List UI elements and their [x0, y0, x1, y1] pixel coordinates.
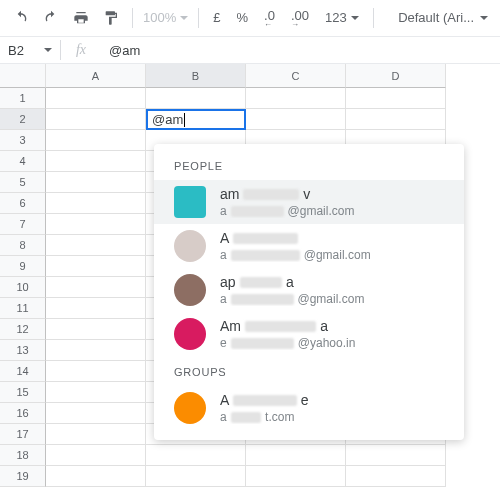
row-header[interactable]: 4	[0, 151, 46, 172]
format-dropdown[interactable]: 123	[319, 10, 365, 25]
cell[interactable]	[246, 466, 346, 487]
row-header[interactable]: 12	[0, 319, 46, 340]
cell[interactable]	[46, 361, 146, 382]
row-header[interactable]: 6	[0, 193, 46, 214]
spreadsheet-grid[interactable]: ABCD 12@am345678910111213141516171819 PE…	[0, 64, 500, 487]
row-header[interactable]: 18	[0, 445, 46, 466]
person-email: a@gmail.com	[220, 204, 444, 218]
row-header[interactable]: 19	[0, 466, 46, 487]
person-email: a@gmail.com	[220, 248, 444, 262]
person-name: apa	[220, 274, 444, 290]
people-suggestion[interactable]: amva@gmail.com	[154, 180, 464, 224]
print-button[interactable]	[68, 5, 94, 31]
avatar	[174, 186, 206, 218]
column-header[interactable]: D	[346, 64, 446, 88]
cell[interactable]	[46, 109, 146, 130]
row-header[interactable]: 16	[0, 403, 46, 424]
avatar	[174, 318, 206, 350]
group-suggestion[interactable]: Aeat.com	[154, 386, 464, 430]
row-header[interactable]: 9	[0, 256, 46, 277]
chevron-down-icon	[180, 16, 188, 20]
separator	[132, 8, 133, 28]
percent-button[interactable]: %	[230, 10, 254, 25]
person-email: e@yahoo.in	[220, 336, 444, 350]
increase-decimal-button[interactable]: .00 →	[285, 8, 315, 27]
row-header[interactable]: 11	[0, 298, 46, 319]
dropdown-section-people: PEOPLE	[154, 150, 464, 180]
cell[interactable]	[146, 466, 246, 487]
font-label: Default (Ari...	[398, 10, 474, 25]
cell[interactable]	[46, 172, 146, 193]
zoom-value: 100%	[143, 10, 176, 25]
avatar	[174, 392, 206, 424]
row-header[interactable]: 10	[0, 277, 46, 298]
paint-format-button[interactable]	[98, 5, 124, 31]
column-header[interactable]: A	[46, 64, 146, 88]
column-header[interactable]: B	[146, 64, 246, 88]
cell[interactable]	[46, 319, 146, 340]
cell[interactable]	[46, 382, 146, 403]
people-suggestion[interactable]: Amae@yahoo.in	[154, 312, 464, 356]
dropdown-section-groups: GROUPS	[154, 356, 464, 386]
person-name: Ama	[220, 318, 444, 334]
redo-icon	[43, 10, 59, 26]
row-header[interactable]: 8	[0, 235, 46, 256]
cell[interactable]	[46, 193, 146, 214]
row-header[interactable]: 17	[0, 424, 46, 445]
cell-reference: B2	[8, 43, 24, 58]
chevron-down-icon	[480, 16, 488, 20]
cell[interactable]	[46, 130, 146, 151]
active-cell[interactable]: @am	[146, 109, 246, 130]
formula-input[interactable]: @am	[101, 43, 500, 58]
fx-icon: fx	[61, 42, 101, 58]
cell[interactable]	[46, 151, 146, 172]
cell[interactable]	[46, 256, 146, 277]
cell[interactable]	[46, 214, 146, 235]
cell[interactable]	[46, 298, 146, 319]
cell[interactable]	[46, 445, 146, 466]
avatar	[174, 274, 206, 306]
cell[interactable]	[46, 88, 146, 109]
cell[interactable]	[46, 235, 146, 256]
cell[interactable]	[246, 88, 346, 109]
select-all-corner[interactable]	[0, 64, 46, 88]
row-header[interactable]: 5	[0, 172, 46, 193]
people-suggestion[interactable]: Aa@gmail.com	[154, 224, 464, 268]
cell[interactable]	[46, 277, 146, 298]
cell[interactable]	[146, 445, 246, 466]
cell[interactable]	[246, 445, 346, 466]
currency-button[interactable]: £	[207, 10, 226, 25]
cell[interactable]	[346, 109, 446, 130]
person-name: amv	[220, 186, 444, 202]
zoom-dropdown[interactable]: 100%	[141, 10, 190, 25]
cell[interactable]	[146, 88, 246, 109]
cell[interactable]	[246, 109, 346, 130]
person-email: at.com	[220, 410, 444, 424]
row-header[interactable]: 13	[0, 340, 46, 361]
row-header[interactable]: 7	[0, 214, 46, 235]
row-header[interactable]: 1	[0, 88, 46, 109]
paint-roller-icon	[103, 10, 119, 26]
cell[interactable]	[346, 466, 446, 487]
row-header[interactable]: 14	[0, 361, 46, 382]
row-header[interactable]: 3	[0, 130, 46, 151]
cell[interactable]	[346, 88, 446, 109]
cell[interactable]	[346, 445, 446, 466]
font-dropdown[interactable]: Default (Ari...	[394, 10, 492, 25]
row-header[interactable]: 15	[0, 382, 46, 403]
row-header[interactable]: 2	[0, 109, 46, 130]
undo-button[interactable]	[8, 5, 34, 31]
avatar	[174, 230, 206, 262]
mention-dropdown: PEOPLE amva@gmail.comAa@gmail.comapaa@gm…	[154, 144, 464, 440]
cell[interactable]	[46, 403, 146, 424]
redo-button[interactable]	[38, 5, 64, 31]
cell[interactable]	[46, 424, 146, 445]
cell[interactable]	[46, 340, 146, 361]
undo-icon	[13, 10, 29, 26]
column-header[interactable]: C	[246, 64, 346, 88]
print-icon	[73, 10, 89, 26]
name-box[interactable]: B2	[0, 43, 60, 58]
decrease-decimal-button[interactable]: .0 ←	[258, 8, 281, 27]
people-suggestion[interactable]: apaa@gmail.com	[154, 268, 464, 312]
cell[interactable]	[46, 466, 146, 487]
